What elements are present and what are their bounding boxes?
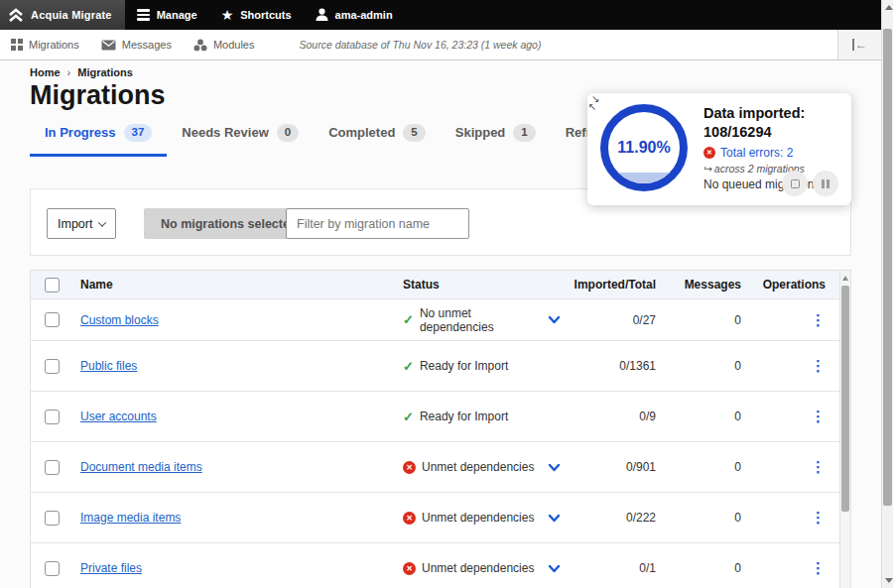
row-checkbox[interactable] — [45, 511, 60, 526]
row-checkbox[interactable] — [45, 312, 60, 327]
scroll-up-arrow-icon[interactable] — [885, 5, 893, 10]
messages-count: 0 — [656, 561, 741, 575]
imported-total-value: 0/1 — [568, 561, 656, 575]
imported-total-value: 0/1361 — [568, 359, 656, 373]
status-text: Ready for Import — [420, 359, 508, 373]
scroll-down-arrow-icon[interactable] — [885, 578, 893, 583]
toolbar-modules[interactable]: Modules — [183, 30, 266, 59]
stop-icon — [791, 179, 800, 188]
tab-needs-review[interactable]: Needs Review 0 — [167, 124, 314, 157]
stop-button[interactable] — [782, 171, 808, 196]
messages-count: 0 — [656, 359, 741, 373]
status-ok-icon: ✓ — [403, 410, 414, 424]
migration-link[interactable]: Document media items — [80, 460, 202, 474]
breadcrumb-current: Migrations — [77, 66, 133, 78]
pause-icon — [822, 179, 825, 188]
error-icon: ✕ — [703, 147, 715, 159]
operations-menu-button[interactable]: ⋮ — [811, 311, 826, 328]
toolbar-messages[interactable]: Messages — [90, 30, 183, 59]
collapse-left-icon: ← — [852, 39, 867, 51]
tab-count-badge: 37 — [124, 124, 153, 142]
row-checkbox[interactable] — [45, 460, 60, 475]
migration-link[interactable]: Image media items — [80, 511, 181, 525]
scroll-up-arrow-icon[interactable] — [842, 276, 848, 281]
messages-count: 0 — [656, 410, 741, 423]
operations-menu-button[interactable]: ⋮ — [811, 408, 826, 424]
total-errors-link[interactable]: Total errors: 2 — [720, 146, 793, 160]
status-text: Unmet dependencies — [422, 561, 534, 575]
import-dropdown-button[interactable]: Import — [47, 208, 116, 239]
tab-count-badge: 5 — [403, 124, 425, 142]
status-chevron-icon[interactable] — [548, 564, 561, 573]
resize-handle-icon[interactable]: ↘↖ — [591, 95, 599, 111]
tab-bar: In Progress 37 Needs Review 0 Completed … — [30, 124, 659, 157]
status-chevron-icon[interactable] — [548, 463, 561, 472]
chevron-down-icon — [98, 218, 106, 226]
menu-manage[interactable]: Manage — [125, 0, 209, 30]
status-ok-icon: ✓ — [403, 312, 414, 327]
brand-acquia-migrate[interactable]: Acquia Migrate — [0, 0, 125, 30]
table-scrollbar[interactable] — [839, 271, 850, 588]
table-row: Image media items ✓ ✕ Unmet dependencies… — [31, 493, 839, 543]
table-row: User accounts ✓ ✕ Ready for Import 0/9 0… — [31, 392, 839, 442]
header-messages: Messages — [656, 278, 741, 292]
page-scrollbar[interactable] — [881, 0, 893, 588]
migration-link[interactable]: Public files — [80, 359, 137, 373]
toolbar-collapse-button[interactable]: ← — [837, 30, 881, 59]
row-checkbox[interactable] — [45, 410, 60, 424]
header-status: Status — [403, 278, 540, 292]
status-text: No unmet dependencies — [420, 306, 540, 334]
breadcrumb-separator: › — [67, 66, 71, 78]
pause-button[interactable] — [813, 171, 838, 196]
admin-topbar: Acquia Migrate Manage ★ Shortcuts ama-ad… — [0, 0, 881, 30]
progress-circle: 11.90% — [600, 104, 688, 191]
brand-label: Acquia Migrate — [31, 9, 112, 21]
tab-count-badge: 1 — [513, 124, 535, 142]
tab-completed[interactable]: Completed 5 — [314, 124, 441, 157]
menu-user-account[interactable]: ama-admin — [304, 0, 405, 30]
table-row: Document media items ✓ ✕ Unmet dependenc… — [31, 442, 839, 493]
status-text: Unmet dependencies — [422, 511, 534, 525]
table-header-row: Name Status Imported/Total Messages Oper… — [31, 271, 839, 299]
header-operations: Operations — [741, 278, 839, 292]
table-row: Custom blocks ✓ ✕ No unmet dependencies … — [31, 299, 839, 341]
data-imported-count: 108/16294 — [703, 123, 844, 142]
migration-filter-input[interactable] — [286, 208, 469, 239]
migration-link[interactable]: Private files — [80, 561, 142, 575]
menu-shortcuts[interactable]: ★ Shortcuts — [209, 0, 304, 30]
table-scrollbar-thumb[interactable] — [841, 286, 849, 512]
status-chevron-icon[interactable] — [548, 315, 561, 324]
imported-total-value: 0/9 — [568, 410, 656, 423]
operations-menu-button[interactable]: ⋮ — [811, 559, 826, 576]
status-error-icon: ✕ — [403, 562, 416, 575]
table-row: Private files ✓ ✕ Unmet dependencies 0/1… — [31, 543, 839, 588]
imported-total-value: 0/27 — [568, 313, 656, 327]
row-checkbox[interactable] — [45, 359, 60, 374]
progress-percent: 11.90% — [617, 139, 670, 157]
tab-count-badge: 0 — [277, 124, 299, 142]
hamburger-icon — [137, 9, 150, 21]
user-icon — [316, 8, 328, 22]
header-name: Name — [80, 278, 403, 292]
modules-icon — [193, 39, 207, 52]
migration-link[interactable]: Custom blocks — [80, 313, 159, 327]
operations-menu-button[interactable]: ⋮ — [811, 458, 826, 475]
grid-icon — [11, 39, 23, 51]
module-toolbar: Migrations Messages Modules Source datab… — [0, 30, 881, 60]
tab-skipped[interactable]: Skipped 1 — [441, 124, 551, 157]
status-text: Unmet dependencies — [422, 460, 534, 474]
status-chevron-icon[interactable] — [548, 514, 561, 523]
across-arrow-icon: ↪ — [703, 163, 712, 175]
select-all-checkbox[interactable] — [45, 278, 60, 293]
imported-total-value: 0/901 — [568, 460, 656, 474]
operations-menu-button[interactable]: ⋮ — [811, 509, 826, 526]
toolbar-migrations[interactable]: Migrations — [0, 30, 90, 59]
migration-link[interactable]: User accounts — [80, 410, 157, 423]
page-scrollbar-thumb[interactable] — [883, 29, 892, 506]
operations-menu-button[interactable]: ⋮ — [811, 357, 826, 374]
breadcrumb-home[interactable]: Home — [30, 66, 61, 78]
row-checkbox[interactable] — [45, 561, 60, 576]
acquia-migrate-app: Acquia Migrate Manage ★ Shortcuts ama-ad… — [0, 0, 893, 588]
tab-in-progress[interactable]: In Progress 37 — [30, 124, 167, 157]
star-icon: ★ — [221, 8, 234, 22]
